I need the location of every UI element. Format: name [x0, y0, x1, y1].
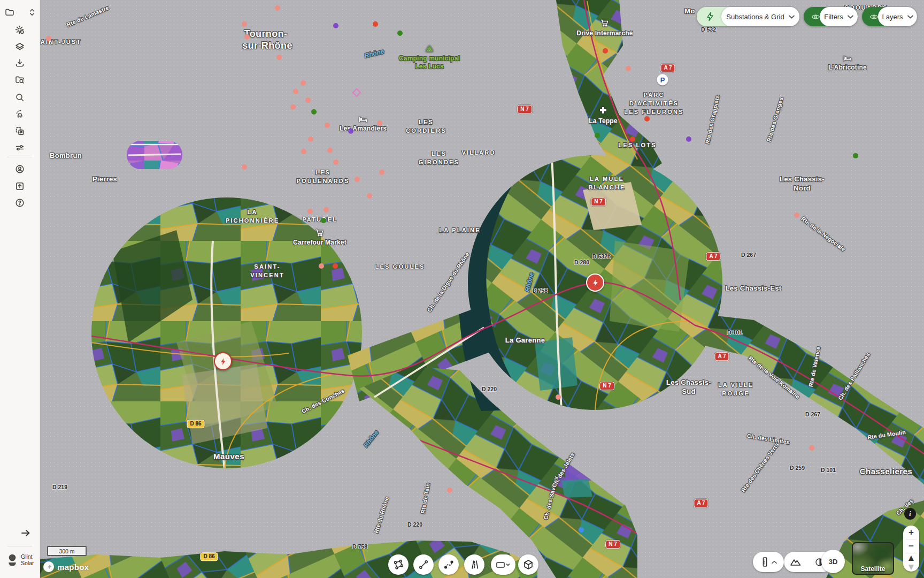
- expand-sidebar-button[interactable]: [19, 527, 32, 539]
- sliders-icon: [14, 142, 25, 155]
- sidebar-item-account[interactable]: [10, 160, 29, 179]
- cube-icon: [522, 559, 534, 571]
- 3d-label: 3D: [829, 558, 838, 566]
- layers-control[interactable]: Layers: [862, 7, 917, 26]
- terrain-button[interactable]: [784, 552, 807, 572]
- chevron-up-icon: [772, 560, 777, 564]
- chevron-down-icon: [848, 15, 853, 19]
- layers-dropdown[interactable]: Layers: [878, 7, 917, 26]
- sidebar-item-area-explorer[interactable]: [10, 71, 29, 90]
- mapbox-icon: [43, 561, 55, 573]
- chevron-down-icon: [789, 15, 795, 19]
- search-icon: [14, 92, 25, 104]
- help-icon: [14, 197, 25, 210]
- left-sidebar: GlintSolar: [0, 0, 40, 578]
- line-icon: [418, 559, 429, 571]
- chevron-up-down-icon: [29, 8, 35, 19]
- copy-icon: [14, 126, 25, 138]
- substation-marker[interactable]: [586, 273, 604, 292]
- lightning-icon: [705, 11, 715, 22]
- arrow-right-icon: [20, 528, 31, 538]
- filters-control[interactable]: Filters: [804, 7, 858, 26]
- sidebar-item-preferences[interactable]: [10, 139, 29, 158]
- brand-line2: Solar: [21, 560, 34, 566]
- substations-grid-dropdown[interactable]: Substations & Grid: [697, 7, 799, 26]
- substations-grid-label: Substations & Grid: [726, 13, 784, 21]
- draw-line-button[interactable]: [413, 554, 434, 575]
- compass-up-icon: ▲: [907, 553, 916, 562]
- substations-grid-selector[interactable]: Substations & Grid: [721, 7, 799, 26]
- polygon-icon: [392, 559, 404, 571]
- sun-icon: [14, 25, 25, 37]
- folder-search-icon: [14, 74, 25, 87]
- substation-marker[interactable]: [214, 352, 232, 370]
- road-icon: [468, 559, 480, 571]
- rect-chevron-icon: [495, 559, 511, 571]
- upload-icon: [14, 181, 25, 193]
- zoom-control: + − ▲▼: [903, 526, 919, 572]
- eye-icon: [811, 13, 820, 20]
- zoom-in-button[interactable]: +: [903, 526, 919, 539]
- compass-pitch-button[interactable]: ▲▼: [903, 553, 919, 572]
- download-icon: [14, 58, 25, 70]
- mapbox-logo[interactable]: mapbox: [43, 561, 89, 573]
- 3d-view-button[interactable]: 3D: [821, 550, 845, 573]
- ruler-icon: [760, 557, 770, 567]
- map-imagery: [0, 0, 924, 578]
- brand-line1: Glint: [21, 553, 33, 560]
- filters-label: Filters: [824, 13, 843, 21]
- app-window: Tournon-sur-RhôneAINT-JUSTODOUARDSMoBomb…: [0, 0, 924, 578]
- chevron-down-icon: [907, 15, 913, 19]
- layers-icon: [14, 41, 25, 54]
- folder-icon: [4, 7, 15, 20]
- layers-label: Layers: [882, 13, 903, 21]
- draw-path-button[interactable]: [438, 554, 459, 575]
- scale-label: 300 m: [59, 548, 74, 554]
- map-canvas[interactable]: Tournon-sur-RhôneAINT-JUSTODOUARDSMoBomb…: [0, 0, 924, 578]
- sidebar-item-help[interactable]: [10, 194, 29, 213]
- glint-solar-logo: GlintSolar: [7, 553, 34, 566]
- compass-down-icon: ▼: [907, 562, 916, 572]
- info-icon: i: [909, 510, 911, 518]
- mountains-icon: [790, 557, 802, 567]
- user-icon: [14, 164, 25, 176]
- zoom-out-button[interactable]: −: [903, 539, 919, 553]
- mapbox-wordmark: mapbox: [57, 562, 89, 572]
- sidebar-divider: [7, 546, 32, 546]
- curve-icon: [443, 559, 455, 571]
- draw-road-button[interactable]: [464, 554, 484, 575]
- lamp-icon: [14, 109, 25, 121]
- shape-select-button[interactable]: [491, 554, 515, 575]
- extrude-3d-button[interactable]: [518, 554, 538, 575]
- measure-tool-button[interactable]: [753, 552, 784, 572]
- attribution-info-button[interactable]: i: [904, 508, 916, 520]
- sidebar-item-notifications[interactable]: [10, 105, 29, 124]
- eye-icon: [869, 13, 879, 20]
- map-scale: 300 m: [47, 546, 87, 556]
- substation-bolt-segment: [697, 7, 723, 26]
- project-switcher[interactable]: [4, 4, 35, 22]
- sidebar-divider: [7, 157, 32, 157]
- satellite-label: Satellite: [853, 565, 893, 573]
- basemap-preview[interactable]: Satellite: [852, 542, 894, 575]
- filters-dropdown[interactable]: Filters: [820, 7, 858, 26]
- draw-polygon-button[interactable]: [388, 554, 409, 575]
- glint-solar-icon: [7, 554, 17, 566]
